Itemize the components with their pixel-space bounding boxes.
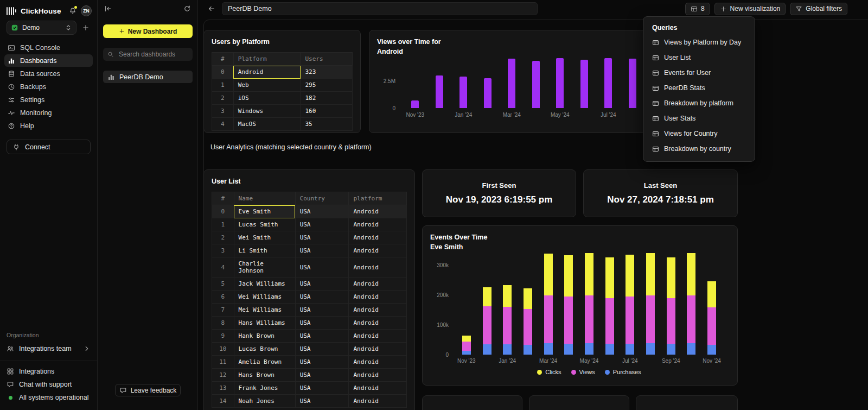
row-index-cell[interactable]: 1 <box>212 79 234 92</box>
query-menu-item-breakdown-by-country[interactable]: Breakdown by country <box>643 141 755 156</box>
notifications-bell-icon[interactable] <box>69 7 76 15</box>
bar-segment-clicks[interactable] <box>585 253 593 295</box>
bar-segment-views[interactable] <box>585 295 593 343</box>
table-cell[interactable]: Android <box>349 218 407 231</box>
chart-bar[interactable] <box>556 58 564 108</box>
row-index-cell[interactable]: 1 <box>212 218 234 231</box>
table-cell[interactable]: Android <box>349 304 407 317</box>
table-cell[interactable]: Wei Williams <box>234 291 295 304</box>
table-cell[interactable]: Lucas Smith <box>234 218 295 231</box>
sidebar-footer-item-all-systems-operational[interactable]: All systems operational <box>7 392 91 403</box>
bar-segment-views[interactable] <box>667 298 675 344</box>
dashboard-list-item[interactable]: PeerDB Demo <box>103 71 193 83</box>
chart-bar[interactable] <box>626 247 634 355</box>
table-cell[interactable]: USA <box>295 291 349 304</box>
table-cell[interactable]: Amelia Brown <box>234 356 295 369</box>
table-cell[interactable]: Hans Brown <box>234 369 295 382</box>
bar-segment-clicks[interactable] <box>564 255 573 297</box>
bar-segment-purchases[interactable] <box>564 344 573 355</box>
table-cell[interactable]: Lucas Brown <box>234 343 295 356</box>
bar-segment-purchases[interactable] <box>605 344 614 355</box>
bar-segment-views[interactable] <box>646 295 655 343</box>
table-cell[interactable]: USA <box>295 231 349 244</box>
query-menu-item-user-list[interactable]: User List <box>643 50 755 65</box>
row-index-cell[interactable]: 14 <box>212 395 234 408</box>
bar-segment-clicks[interactable] <box>605 257 614 298</box>
search-input[interactable] <box>118 50 188 59</box>
table-cell[interactable]: Windows <box>233 105 301 118</box>
bar-segment-views[interactable] <box>707 307 716 345</box>
new-visualization-button[interactable]: New visualization <box>714 3 786 15</box>
row-index-cell[interactable]: 7 <box>212 304 234 317</box>
row-index-cell[interactable]: 0 <box>212 66 234 79</box>
table-cell[interactable]: Noah Jones <box>234 395 295 408</box>
sidebar-footer-item-chat-with-support[interactable]: Chat with support <box>7 379 91 390</box>
bar-segment-purchases[interactable] <box>646 343 655 355</box>
table-cell[interactable]: 295 <box>301 79 353 92</box>
chart-bar[interactable] <box>707 247 716 355</box>
table-cell[interactable]: USA <box>295 257 349 277</box>
bar-segment-views[interactable] <box>564 297 573 343</box>
chart-bar[interactable] <box>483 247 492 355</box>
new-dashboard-button[interactable]: New Dashboard <box>103 24 193 38</box>
sidebar-item-monitoring[interactable]: Monitoring <box>4 106 93 119</box>
chart-bar[interactable] <box>459 77 467 108</box>
row-index-cell[interactable]: 0 <box>212 205 234 218</box>
table-cell[interactable]: Android <box>349 343 407 356</box>
row-index-cell[interactable]: 3 <box>212 244 234 257</box>
bar-segment-views[interactable] <box>524 309 532 345</box>
back-button[interactable] <box>208 5 215 12</box>
row-index-cell[interactable]: 11 <box>212 356 234 369</box>
bar-segment-clicks[interactable] <box>503 285 512 307</box>
bar-segment-views[interactable] <box>687 295 695 343</box>
chart-bar[interactable] <box>580 60 588 108</box>
bar-segment-clicks[interactable] <box>626 255 634 297</box>
sidebar-item-data-sources[interactable]: Data sources <box>4 67 93 80</box>
query-menu-item-views-by-platform-by-day[interactable]: Views by Platform by Day <box>643 35 755 50</box>
chart-bar[interactable] <box>605 247 614 355</box>
bar-segment-purchases[interactable] <box>585 343 593 355</box>
table-cell[interactable]: USA <box>295 205 349 218</box>
bar-segment-views[interactable] <box>605 298 614 344</box>
bar-segment-views[interactable] <box>503 307 512 344</box>
chart-bar[interactable] <box>462 247 471 355</box>
chart-bar[interactable] <box>524 247 532 355</box>
bar-segment-purchases[interactable] <box>483 344 492 355</box>
chart-bar[interactable] <box>629 59 636 108</box>
sidebar-item-dashboards[interactable]: Dashboards <box>4 54 93 67</box>
column-header-platform[interactable]: platform <box>349 192 407 205</box>
bar-segment-purchases[interactable] <box>626 344 634 355</box>
chart-bar[interactable] <box>544 247 553 355</box>
table-cell[interactable]: USA <box>295 395 349 408</box>
row-index-cell[interactable]: 12 <box>212 369 234 382</box>
table-cell[interactable]: Android <box>349 317 407 330</box>
table-cell[interactable]: Android <box>349 369 407 382</box>
bar-segment-clicks[interactable] <box>646 253 655 295</box>
chart-bar[interactable] <box>532 61 540 108</box>
row-index-cell[interactable]: 8 <box>212 317 234 330</box>
sidebar-item-integrations-team[interactable]: Integrations team <box>0 342 97 355</box>
chart-bar[interactable] <box>604 58 612 108</box>
sidebar-item-backups[interactable]: Backups <box>4 80 93 93</box>
bar-segment-clicks[interactable] <box>483 287 492 306</box>
table-cell[interactable]: Eve Smith <box>234 205 295 218</box>
row-index-cell[interactable]: 9 <box>212 330 234 343</box>
chart-bar[interactable] <box>585 247 593 355</box>
bar-segment-views[interactable] <box>462 342 471 351</box>
table-cell[interactable]: Android <box>233 66 301 79</box>
bar-segment-views[interactable] <box>626 297 634 344</box>
column-header-[interactable]: # <box>212 53 234 66</box>
table-cell[interactable]: Android <box>349 244 407 257</box>
chart-bar[interactable] <box>484 78 492 108</box>
table-cell[interactable]: Android <box>349 382 407 395</box>
table-cell[interactable]: USA <box>295 304 349 317</box>
row-index-cell[interactable]: 6 <box>212 291 234 304</box>
refresh-icon[interactable] <box>183 5 191 12</box>
bar-segment-purchases[interactable] <box>544 343 553 355</box>
column-header-country[interactable]: Country <box>295 192 349 205</box>
table-cell[interactable]: Android <box>349 356 407 369</box>
sidebar-item-settings[interactable]: Settings <box>4 93 93 106</box>
table-cell[interactable]: USA <box>295 369 349 382</box>
row-index-cell[interactable]: 3 <box>212 105 234 118</box>
add-service-button[interactable] <box>81 23 91 33</box>
